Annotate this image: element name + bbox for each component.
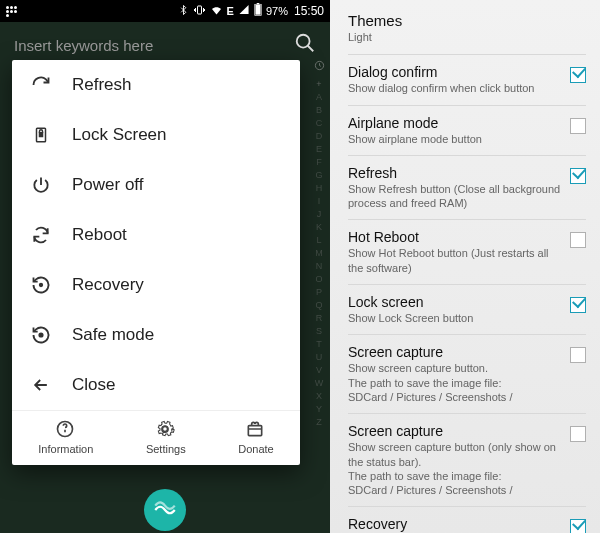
az-letter[interactable]: B bbox=[312, 104, 326, 117]
svg-point-9 bbox=[39, 333, 42, 336]
az-letter[interactable]: I bbox=[312, 195, 326, 208]
az-letter[interactable]: R bbox=[312, 312, 326, 325]
themes-row[interactable]: Themes Light bbox=[348, 12, 586, 55]
az-letter[interactable]: D bbox=[312, 130, 326, 143]
status-time: 15:50 bbox=[294, 4, 324, 18]
setting-row-airplane-mode[interactable]: Airplane modeShow airplane mode button bbox=[348, 106, 586, 156]
az-letter[interactable]: Y bbox=[312, 403, 326, 416]
az-letter[interactable]: N bbox=[312, 260, 326, 273]
az-letter[interactable]: Z bbox=[312, 416, 326, 429]
setting-row-screen-capture[interactable]: Screen captureShow screen capture button… bbox=[348, 335, 586, 414]
dialog-item-close[interactable]: Close bbox=[12, 360, 300, 410]
themes-value: Light bbox=[348, 30, 586, 44]
setting-title: Airplane mode bbox=[348, 115, 562, 131]
setting-row-dialog-confirm[interactable]: Dialog confirmShow dialog confirm when c… bbox=[348, 55, 586, 105]
az-letter[interactable]: F bbox=[312, 156, 326, 169]
dialog-item-label: Reboot bbox=[72, 225, 127, 245]
setting-subtitle: Show airplane mode button bbox=[348, 132, 562, 146]
setting-checkbox[interactable] bbox=[570, 297, 586, 313]
settings-screen-right: Themes Light Dialog confirmShow dialog c… bbox=[330, 0, 600, 533]
setting-checkbox[interactable] bbox=[570, 426, 586, 442]
wifi-icon bbox=[210, 4, 223, 19]
setting-title: Screen capture bbox=[348, 423, 562, 439]
az-letter[interactable]: Q bbox=[312, 299, 326, 312]
setting-title: Screen capture bbox=[348, 344, 562, 360]
lock-icon bbox=[30, 124, 52, 146]
dialog-item-label: Close bbox=[72, 375, 115, 395]
az-letter[interactable]: S bbox=[312, 325, 326, 338]
setting-row-refresh[interactable]: RefreshShow Refresh button (Close all ba… bbox=[348, 156, 586, 221]
svg-point-8 bbox=[40, 284, 43, 287]
refresh-icon bbox=[30, 74, 52, 96]
az-letter[interactable]: T bbox=[312, 338, 326, 351]
setting-checkbox[interactable] bbox=[570, 232, 586, 248]
az-letter[interactable]: U bbox=[312, 351, 326, 364]
setting-subtitle: Show Lock Screen button bbox=[348, 311, 562, 325]
safemode-icon bbox=[30, 324, 52, 346]
signal-icon bbox=[238, 4, 250, 18]
az-letter[interactable]: V bbox=[312, 364, 326, 377]
az-letter[interactable]: C bbox=[312, 117, 326, 130]
az-letter[interactable]: X bbox=[312, 390, 326, 403]
blackberry-indicator-icon bbox=[6, 6, 17, 17]
dialog-item-label: Lock Screen bbox=[72, 125, 167, 145]
dialog-item-lock-screen[interactable]: Lock Screen bbox=[12, 110, 300, 160]
recovery-icon bbox=[30, 274, 52, 296]
setting-row-hot-reboot[interactable]: Hot RebootShow Hot Reboot button (Just r… bbox=[348, 220, 586, 285]
setting-subtitle: Show screen capture button (only show on… bbox=[348, 440, 562, 497]
gear-icon bbox=[155, 419, 177, 441]
themes-title: Themes bbox=[348, 12, 586, 29]
setting-checkbox[interactable] bbox=[570, 67, 586, 83]
svg-rect-0 bbox=[197, 6, 201, 14]
close-icon bbox=[30, 374, 52, 396]
dialog-item-reboot[interactable]: Reboot bbox=[12, 210, 300, 260]
svg-rect-2 bbox=[257, 3, 260, 4]
bottom-label: Settings bbox=[146, 443, 186, 455]
az-letter[interactable]: G bbox=[312, 169, 326, 182]
az-letter[interactable]: O bbox=[312, 273, 326, 286]
setting-row-screen-capture[interactable]: Screen captureShow screen capture button… bbox=[348, 414, 586, 507]
dialog-item-refresh[interactable]: Refresh bbox=[12, 60, 300, 110]
setting-title: Refresh bbox=[348, 165, 562, 181]
info-icon bbox=[55, 419, 77, 441]
bottom-label: Donate bbox=[238, 443, 273, 455]
az-letter[interactable]: J bbox=[312, 208, 326, 221]
dialog-item-safe-mode[interactable]: Safe mode bbox=[12, 310, 300, 360]
setting-row-lock-screen[interactable]: Lock screenShow Lock Screen button bbox=[348, 285, 586, 335]
dialog-item-power-off[interactable]: Power off bbox=[12, 160, 300, 210]
dialog-item-label: Refresh bbox=[72, 75, 132, 95]
dialog-item-label: Recovery bbox=[72, 275, 144, 295]
search-icon[interactable] bbox=[294, 32, 316, 58]
bottom-information[interactable]: Information bbox=[38, 419, 93, 455]
signal-label: E bbox=[227, 5, 234, 17]
bottom-donate[interactable]: Donate bbox=[238, 419, 273, 455]
keyboard-app-icon[interactable] bbox=[144, 489, 186, 531]
setting-row-recovery[interactable]: RecoveryShow Recovery button bbox=[348, 507, 586, 533]
setting-subtitle: Show Refresh button (Close all backgroun… bbox=[348, 182, 562, 211]
setting-subtitle: Show Hot Reboot button (Just restarts al… bbox=[348, 246, 562, 275]
status-bar: E 97% 15:50 bbox=[0, 0, 330, 22]
setting-checkbox[interactable] bbox=[570, 347, 586, 363]
setting-title: Recovery bbox=[348, 516, 562, 532]
power-icon bbox=[30, 174, 52, 196]
az-letter[interactable]: E bbox=[312, 143, 326, 156]
donate-icon bbox=[245, 419, 267, 441]
az-letter[interactable]: M bbox=[312, 247, 326, 260]
az-letter[interactable]: W bbox=[312, 377, 326, 390]
search-input[interactable] bbox=[14, 37, 294, 54]
setting-checkbox[interactable] bbox=[570, 519, 586, 533]
az-letter[interactable]: H bbox=[312, 182, 326, 195]
dialog-item-recovery[interactable]: Recovery bbox=[12, 260, 300, 310]
bottom-settings[interactable]: Settings bbox=[146, 419, 186, 455]
alphabet-scroller[interactable]: + ABCDEFGHIJKLMNOPQRSTUVWXYZ bbox=[312, 60, 326, 473]
svg-rect-12 bbox=[248, 426, 261, 436]
az-letter[interactable]: K bbox=[312, 221, 326, 234]
svg-point-11 bbox=[162, 427, 167, 432]
setting-checkbox[interactable] bbox=[570, 118, 586, 134]
az-letter[interactable]: P bbox=[312, 286, 326, 299]
battery-percent: 97% bbox=[266, 5, 288, 17]
setting-title: Hot Reboot bbox=[348, 229, 562, 245]
az-letter[interactable]: L bbox=[312, 234, 326, 247]
az-letter[interactable]: A bbox=[312, 91, 326, 104]
setting-checkbox[interactable] bbox=[570, 168, 586, 184]
